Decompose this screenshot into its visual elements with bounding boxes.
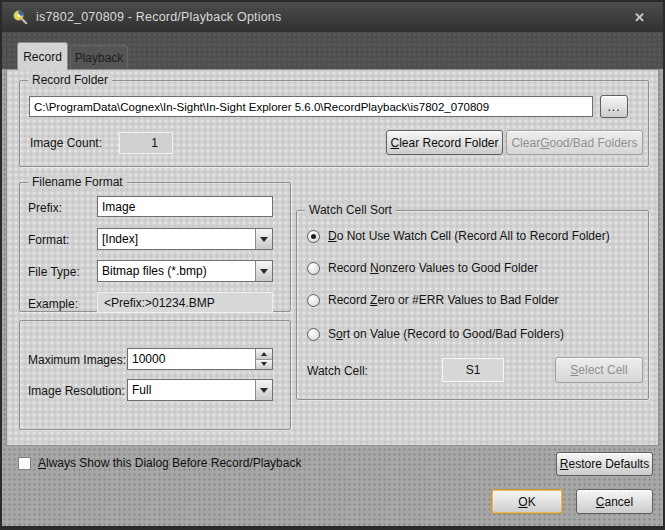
clear-goodbad-folders-button[interactable]: Clear Good/Bad Folders <box>506 130 643 155</box>
format-value: [Index] <box>102 229 252 249</box>
prefix-input[interactable]: Image <box>97 196 273 217</box>
spinner-up-button[interactable] <box>256 349 272 360</box>
format-label: Format: <box>28 233 69 247</box>
label-accel: G <box>540 136 549 150</box>
clear-record-folder-button[interactable]: Clear Record Folder <box>386 130 503 155</box>
resolution-select[interactable]: Full <box>127 379 273 401</box>
record-tab-page: Record Folder C:\ProgramData\Cognex\In-S… <box>6 69 659 446</box>
label-part: estore Defaults <box>568 457 649 471</box>
group-filename-format-legend: Filename Format <box>28 175 127 189</box>
always-show-checkbox-row[interactable]: Always Show this Dialog Before Record/Pl… <box>18 456 301 470</box>
filetype-label: File Type: <box>28 265 80 279</box>
label-accel: C <box>596 495 605 509</box>
chevron-down-icon[interactable] <box>255 229 272 249</box>
radio-icon <box>307 262 320 275</box>
label-accel: C <box>390 136 399 150</box>
restore-defaults-button[interactable]: Restore Defaults <box>556 452 653 476</box>
group-image-limits: Maximum Images: 10000 Image Resolution: … <box>19 320 291 430</box>
always-show-checkbox[interactable] <box>18 457 31 470</box>
prefix-label: Prefix: <box>28 201 62 215</box>
example-value: <Prefix:>01234.BMP <box>97 292 273 313</box>
select-cell-button[interactable]: Select Cell <box>555 357 643 383</box>
image-count-label: Image Count: <box>30 136 102 150</box>
window-title: is7802_070809 - Record/Playback Options <box>36 10 626 24</box>
radio-label: Do Not Use Watch Cell (Record All to Rec… <box>328 229 610 243</box>
format-select[interactable]: [Index] <box>97 228 273 250</box>
chevron-down-icon[interactable] <box>255 261 272 281</box>
radio-label: Record Nonzero Values to Good Folder <box>328 261 538 275</box>
group-watch-cell-sort: Watch Cell Sort Do Not Use Watch Cell (R… <box>296 210 649 400</box>
max-images-value: 10000 <box>132 349 252 369</box>
tab-record-label: Record <box>23 50 62 64</box>
filetype-value: Bitmap files (*.bmp) <box>102 261 252 281</box>
label-part: elect Cell <box>578 363 627 377</box>
tab-playback-label: Playback <box>75 51 124 65</box>
radio-icon <box>307 230 320 243</box>
spinner <box>255 349 272 369</box>
browse-button[interactable]: ... <box>600 95 628 118</box>
radio-do-not-use-watch-cell[interactable]: Do Not Use Watch Cell (Record All to Rec… <box>307 229 610 243</box>
max-images-label: Maximum Images: <box>28 353 126 367</box>
close-icon[interactable]: ✕ <box>626 8 653 27</box>
cancel-button[interactable]: Cancel <box>576 489 653 514</box>
always-show-label: Always Show this Dialog Before Record/Pl… <box>38 456 301 470</box>
radio-sort-on-value[interactable]: Sort on Value (Record to Good/Bad Folder… <box>307 327 564 341</box>
app-icon <box>12 9 28 25</box>
label-accel: R <box>560 457 569 471</box>
radio-icon <box>307 294 320 307</box>
max-images-stepper[interactable]: 10000 <box>127 348 273 370</box>
radio-record-zero-bad[interactable]: Record Zero or #ERR Values to Bad Folder <box>307 293 559 307</box>
group-filename-format: Filename Format Prefix: Image Format: [I… <box>19 182 291 312</box>
label-accel: S <box>570 363 578 377</box>
filetype-select[interactable]: Bitmap files (*.bmp) <box>97 260 273 282</box>
tab-strip: Record Playback <box>2 32 663 69</box>
record-folder-path-input[interactable]: C:\ProgramData\Cognex\In-Sight\In-Sight … <box>29 96 593 117</box>
label-part: ancel <box>604 495 633 509</box>
radio-record-nonzero-good[interactable]: Record Nonzero Values to Good Folder <box>307 261 538 275</box>
radio-icon <box>307 328 320 341</box>
tab-playback[interactable]: Playback <box>70 45 128 70</box>
dialog-window: is7802_070809 - Record/Playback Options … <box>0 0 665 530</box>
watch-cell-value: S1 <box>442 358 504 382</box>
watch-cell-label: Watch Cell: <box>307 364 368 378</box>
radio-label: Record Zero or #ERR Values to Bad Folder <box>328 293 559 307</box>
tab-record[interactable]: Record <box>17 42 68 70</box>
resolution-value: Full <box>132 380 252 400</box>
label-accel: O <box>518 495 527 509</box>
resolution-label: Image Resolution: <box>28 384 125 398</box>
group-record-folder: Record Folder C:\ProgramData\Cognex\In-S… <box>19 80 649 167</box>
label-part: ood/Bad Folders <box>549 136 637 150</box>
label-part: K <box>528 495 536 509</box>
label-part: lear Record Folder <box>399 136 498 150</box>
spinner-down-button[interactable] <box>256 360 272 370</box>
group-watch-cell-sort-legend: Watch Cell Sort <box>305 203 396 217</box>
ok-button[interactable]: OK <box>491 489 563 514</box>
chevron-down-icon[interactable] <box>255 380 272 400</box>
title-bar[interactable]: is7802_070809 - Record/Playback Options … <box>2 2 663 32</box>
group-record-folder-legend: Record Folder <box>28 73 112 87</box>
image-count-value: 1 <box>119 132 173 154</box>
radio-label: Sort on Value (Record to Good/Bad Folder… <box>328 327 564 341</box>
label-part: Clear <box>511 136 540 150</box>
example-label: Example: <box>28 297 78 311</box>
